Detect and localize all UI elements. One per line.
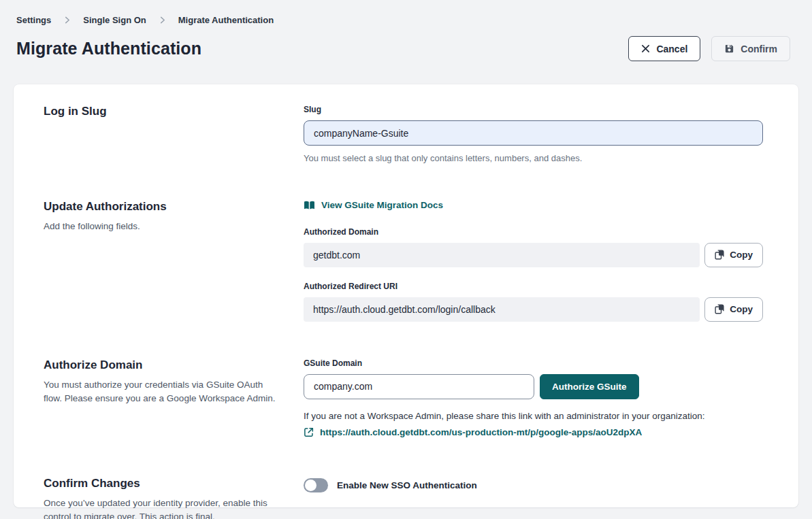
section-desc-authorize-domain: You must authorize your credentials via … — [44, 378, 278, 405]
section-update-authorizations-content: View GSuite Migration Docs Authorized Do… — [304, 200, 763, 322]
section-desc-update-authorizations: Add the following fields. — [44, 220, 278, 233]
section-update-authorizations-info: Update Authorizations Add the following … — [44, 200, 304, 322]
copy-button-label: Copy — [730, 304, 753, 314]
confirm-button-label: Confirm — [741, 44, 777, 54]
authorize-gsuite-button[interactable]: Authorize GSuite — [540, 374, 639, 399]
admin-share-link[interactable]: https://auth.cloud.getdbt.com/us-product… — [320, 427, 642, 437]
section-confirm-changes-info: Confirm Changes Once you’ve updated your… — [44, 477, 304, 519]
title-row: Migrate Authentication Cancel Confirm — [16, 36, 790, 61]
redirect-uri-label: Authorized Redirect URI — [304, 282, 763, 291]
chevron-right-icon — [159, 16, 166, 24]
breadcrumb-migrate-authentication: Migrate Authentication — [178, 15, 274, 25]
redirect-uri-block: Authorized Redirect URI https://auth.clo… — [304, 282, 763, 322]
cancel-button[interactable]: Cancel — [628, 36, 700, 61]
section-desc-confirm-changes: Once you’ve updated your identity provid… — [44, 497, 278, 519]
slug-label: Slug — [304, 105, 763, 114]
authorized-domain-value: getdbt.com — [304, 243, 700, 267]
copy-icon — [715, 250, 724, 260]
workspace-admin-note: If you are not a Workspace Admin, please… — [304, 411, 763, 421]
page-header: Settings Single Sign On Migrate Authenti… — [0, 0, 812, 61]
header-actions: Cancel Confirm — [628, 36, 790, 61]
toggle-knob — [305, 480, 316, 491]
section-login-slug-content: Slug You must select a slug that only co… — [304, 105, 763, 163]
breadcrumb: Settings Single Sign On Migrate Authenti… — [16, 15, 790, 25]
section-login-slug: Log in Slug Slug You must select a slug … — [44, 105, 763, 163]
close-icon — [641, 44, 650, 53]
section-heading-update-authorizations: Update Authorizations — [44, 200, 304, 214]
book-icon — [304, 201, 315, 210]
copy-icon — [715, 304, 724, 314]
section-authorize-domain-info: Authorize Domain You must authorize your… — [44, 358, 304, 440]
chevron-right-icon — [63, 16, 71, 24]
enable-sso-toggle-label: Enable New SSO Authentication — [337, 480, 477, 490]
confirm-button[interactable]: Confirm — [711, 36, 790, 61]
section-authorize-domain-content: GSuite Domain Authorize GSuite If you ar… — [304, 358, 763, 440]
section-login-slug-info: Log in Slug — [44, 105, 304, 163]
migrate-authentication-page: Settings Single Sign On Migrate Authenti… — [0, 0, 812, 519]
gsuite-migration-docs-link[interactable]: View GSuite Migration Docs — [304, 200, 443, 210]
section-confirm-changes: Confirm Changes Once you’ve updated your… — [44, 477, 763, 519]
copy-redirect-uri-button[interactable]: Copy — [704, 297, 763, 322]
settings-card: Log in Slug Slug You must select a slug … — [14, 84, 798, 507]
enable-sso-toggle[interactable] — [304, 478, 328, 492]
share-link-row: https://auth.cloud.getdbt.com/us-product… — [304, 427, 642, 437]
slug-input[interactable] — [304, 120, 763, 146]
authorized-domain-block: Authorized Domain getdbt.com Copy — [304, 227, 763, 267]
gsuite-domain-input[interactable] — [304, 374, 534, 399]
section-update-authorizations: Update Authorizations Add the following … — [44, 200, 763, 322]
page-title: Migrate Authentication — [16, 39, 201, 58]
section-heading-login-slug: Log in Slug — [44, 105, 304, 118]
section-confirm-changes-content: Enable New SSO Authentication — [304, 477, 763, 519]
copy-authorized-domain-button[interactable]: Copy — [704, 243, 763, 267]
redirect-uri-value: https://auth.cloud.getdbt.com/login/call… — [304, 297, 700, 322]
save-icon — [724, 44, 734, 54]
external-link-icon — [304, 427, 314, 437]
gsuite-migration-docs-link-label: View GSuite Migration Docs — [321, 200, 443, 210]
section-authorize-domain: Authorize Domain You must authorize your… — [44, 358, 763, 440]
section-heading-authorize-domain: Authorize Domain — [44, 358, 304, 372]
cancel-button-label: Cancel — [656, 44, 687, 54]
breadcrumb-single-sign-on[interactable]: Single Sign On — [83, 15, 146, 25]
gsuite-domain-label: GSuite Domain — [304, 358, 763, 368]
section-heading-confirm-changes: Confirm Changes — [44, 477, 304, 490]
breadcrumb-settings[interactable]: Settings — [16, 15, 51, 25]
authorized-domain-label: Authorized Domain — [304, 227, 763, 237]
copy-button-label: Copy — [730, 250, 753, 260]
slug-help-text: You must select a slug that only contain… — [304, 153, 763, 163]
